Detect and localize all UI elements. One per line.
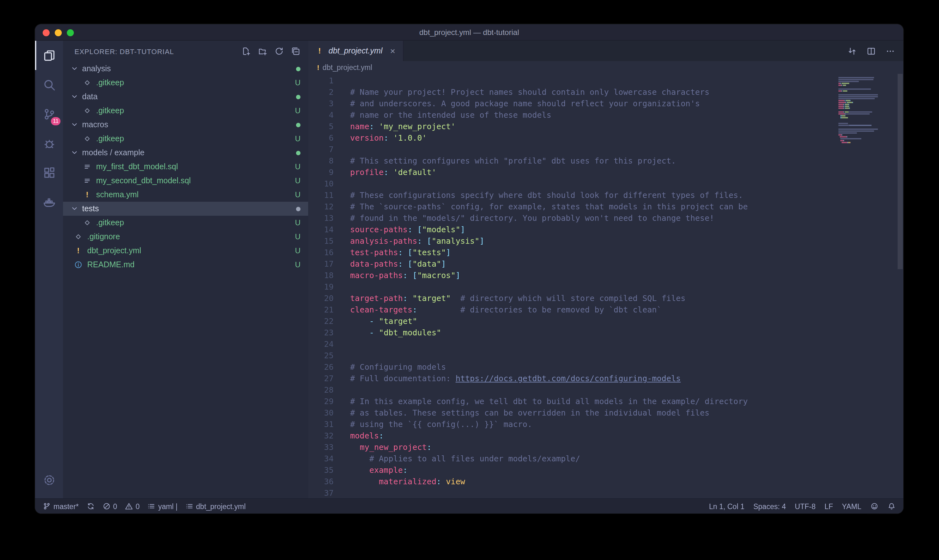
code-line[interactable]: 27# Full documentation: https://docs.get… bbox=[308, 373, 904, 385]
code-line[interactable]: 18macro-paths: ["macros"] bbox=[308, 270, 904, 281]
code-line[interactable]: 1 bbox=[308, 75, 904, 86]
tree-item-gitkeep[interactable]: .gitkeepU bbox=[63, 76, 308, 90]
breadcrumb[interactable]: ! dbt_project.yml bbox=[308, 61, 904, 74]
tree-item-schema-yml[interactable]: !schema.ymlU bbox=[63, 188, 308, 202]
code-line-content: models: bbox=[334, 430, 383, 442]
line-number: 27 bbox=[308, 373, 334, 385]
tree-item-dbt-project-yml[interactable]: !dbt_project.ymlU bbox=[63, 244, 308, 258]
code-line[interactable]: 15analysis-paths: ["analysis"] bbox=[308, 235, 904, 247]
code-line[interactable]: 23 - "dbt_modules" bbox=[308, 327, 904, 338]
language-mode[interactable]: YAML bbox=[842, 502, 861, 510]
code-line[interactable]: 14source-paths: ["models"] bbox=[308, 224, 904, 235]
code-line[interactable]: 3# and underscores. A good package name … bbox=[308, 98, 904, 109]
activity-docker-button[interactable] bbox=[35, 187, 63, 216]
close-window-button[interactable] bbox=[43, 29, 50, 36]
warning-count[interactable]: 0 bbox=[125, 502, 140, 510]
code-line[interactable]: 26# Configuring models bbox=[308, 362, 904, 373]
minimap-line bbox=[838, 94, 894, 95]
code-line[interactable]: 16test-paths: ["tests"] bbox=[308, 247, 904, 258]
new-folder-button[interactable] bbox=[256, 45, 269, 58]
code-line[interactable]: 30# as tables. These settings can be ove… bbox=[308, 407, 904, 419]
yaml-status[interactable]: yaml | bbox=[147, 502, 178, 510]
code-line[interactable]: 4# name or the intended use of these mod… bbox=[308, 109, 904, 121]
tab-dbt-project-yml[interactable]: ! dbt_project.yml × bbox=[308, 41, 403, 61]
code-line[interactable]: 28 bbox=[308, 385, 904, 396]
chevron-down-icon bbox=[69, 120, 80, 130]
tree-item-models-example[interactable]: models / example bbox=[63, 146, 308, 160]
open-changes-button[interactable] bbox=[846, 45, 857, 57]
code-line[interactable]: 32models: bbox=[308, 430, 904, 442]
split-editor-button[interactable] bbox=[865, 45, 877, 57]
code-line[interactable]: 35 example: bbox=[308, 465, 904, 476]
titlebar[interactable]: dbt_project.yml — dbt-tutorial bbox=[35, 24, 904, 41]
active-file-status[interactable]: dbt_project.yml bbox=[185, 502, 246, 510]
tree-item-data[interactable]: data bbox=[63, 90, 308, 104]
code-line[interactable]: 10 bbox=[308, 178, 904, 190]
code-line[interactable]: 25 bbox=[308, 350, 904, 362]
error-count[interactable]: 0 bbox=[102, 502, 117, 510]
code-line[interactable]: 11# These configurations specify where d… bbox=[308, 190, 904, 201]
tree-item-analysis[interactable]: analysis bbox=[63, 62, 308, 76]
code-line[interactable]: 17data-paths: ["data"] bbox=[308, 258, 904, 270]
minimap[interactable] bbox=[838, 75, 894, 146]
code-line[interactable]: 29# In this example config, we tell dbt … bbox=[308, 396, 904, 407]
zoom-window-button[interactable] bbox=[67, 29, 74, 36]
status-right: Ln 1, Col 1Spaces: 4UTF-8LFYAML bbox=[709, 502, 896, 510]
eol[interactable]: LF bbox=[824, 502, 833, 510]
activity-debug-button[interactable] bbox=[35, 129, 63, 158]
editor-scrollbar[interactable] bbox=[897, 74, 904, 498]
code-line[interactable]: 8# This setting configures which "profil… bbox=[308, 155, 904, 167]
branch-status[interactable]: master* bbox=[43, 502, 79, 510]
code-line[interactable]: 7 bbox=[308, 144, 904, 155]
line-number: 11 bbox=[308, 190, 334, 201]
code-editor[interactable]: 12# Name your project! Project names sho… bbox=[308, 74, 904, 498]
activity-source-control-button[interactable]: 11 bbox=[35, 99, 63, 129]
explorer-header: EXPLORER: DBT-TUTORIAL bbox=[63, 41, 308, 62]
tree-item-tests[interactable]: tests bbox=[63, 202, 308, 216]
indentation[interactable]: Spaces: 4 bbox=[753, 502, 786, 510]
activity-settings-button[interactable] bbox=[35, 465, 63, 494]
code-line[interactable]: 2# Name your project! Project names shou… bbox=[308, 86, 904, 98]
tree-item-my-first-dbt-model-sql[interactable]: my_first_dbt_model.sqlU bbox=[63, 160, 308, 174]
activity-extensions-button[interactable] bbox=[35, 158, 63, 187]
code-line[interactable]: 21clean-targets: # directories to be rem… bbox=[308, 304, 904, 315]
tree-item-gitkeep[interactable]: .gitkeepU bbox=[63, 104, 308, 118]
code-line[interactable]: 20target-path: "target" # directory whic… bbox=[308, 293, 904, 304]
code-line[interactable]: 13# found in the "models/" directory. Yo… bbox=[308, 212, 904, 224]
code-line[interactable]: 34 # Applies to all files under models/e… bbox=[308, 453, 904, 465]
list-icon bbox=[185, 502, 194, 510]
tree-item-gitkeep[interactable]: .gitkeepU bbox=[63, 216, 308, 230]
code-line[interactable]: 37 bbox=[308, 488, 904, 498]
scrollbar-thumb[interactable] bbox=[897, 74, 903, 269]
tree-item-macros[interactable]: macros bbox=[63, 118, 308, 132]
cursor-position[interactable]: Ln 1, Col 1 bbox=[709, 502, 744, 510]
tree-item-decorations bbox=[296, 94, 308, 99]
sync-status[interactable] bbox=[86, 502, 94, 510]
code-line[interactable]: 36 materialized: view bbox=[308, 476, 904, 488]
collapse-folders-button[interactable] bbox=[289, 45, 302, 58]
code-line[interactable]: 19 bbox=[308, 281, 904, 293]
code-line[interactable]: 33 my_new_project: bbox=[308, 442, 904, 453]
code-line[interactable]: 5name: 'my_new_project' bbox=[308, 121, 904, 132]
tree-item-my-second-dbt-model-sql[interactable]: my_second_dbt_model.sqlU bbox=[63, 174, 308, 188]
notifications[interactable] bbox=[887, 502, 896, 510]
code-line[interactable]: 22 - "target" bbox=[308, 315, 904, 327]
tree-item-gitignore[interactable]: .gitignoreU bbox=[63, 230, 308, 244]
code-line[interactable]: 6version: '1.0.0' bbox=[308, 132, 904, 144]
close-tab-icon[interactable]: × bbox=[390, 46, 395, 55]
tree-item-readme-md[interactable]: README.mdU bbox=[63, 258, 308, 272]
code-line[interactable]: 24 bbox=[308, 338, 904, 350]
more-actions-button[interactable] bbox=[884, 45, 896, 57]
code-line[interactable]: 12# The `source-paths` config, for examp… bbox=[308, 201, 904, 212]
feedback[interactable] bbox=[870, 502, 879, 510]
refresh-explorer-button[interactable] bbox=[272, 45, 285, 58]
code-line[interactable]: 31# using the `{{ config(...) }}` macro. bbox=[308, 419, 904, 430]
minimize-window-button[interactable] bbox=[55, 29, 62, 36]
activity-explorer-button[interactable] bbox=[35, 41, 63, 70]
code-line-content bbox=[334, 178, 350, 190]
encoding[interactable]: UTF-8 bbox=[795, 502, 816, 510]
activity-search-button[interactable] bbox=[35, 70, 63, 99]
tree-item-gitkeep[interactable]: .gitkeepU bbox=[63, 132, 308, 146]
new-file-button[interactable] bbox=[239, 45, 252, 58]
code-line[interactable]: 9profile: 'default' bbox=[308, 167, 904, 178]
